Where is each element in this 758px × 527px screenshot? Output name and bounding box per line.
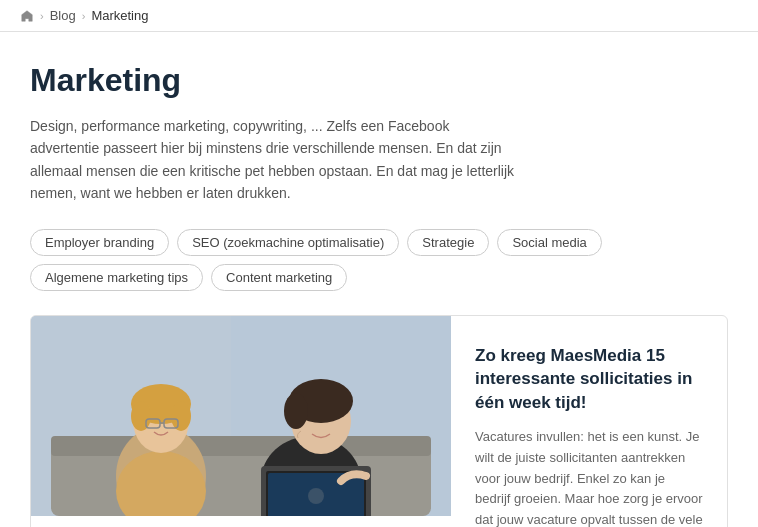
svg-rect-2 (51, 446, 431, 516)
svg-rect-3 (51, 436, 431, 456)
svg-point-9 (171, 401, 191, 431)
featured-article-excerpt: Vacatures invullen: het is een kunst. Je… (475, 427, 703, 527)
breadcrumb-blog[interactable]: Blog (50, 8, 76, 23)
breadcrumb: › Blog › Marketing (0, 0, 758, 32)
featured-article-text: Zo kreeg MaesMedia 15 interessante solli… (451, 316, 727, 527)
tag-content-marketing[interactable]: Content marketing (211, 264, 347, 291)
featured-article-image (31, 316, 451, 516)
featured-article-title[interactable]: Zo kreeg MaesMedia 15 interessante solli… (475, 344, 703, 415)
svg-point-8 (131, 401, 151, 431)
page-title: Marketing (30, 62, 728, 99)
tag-employer-branding[interactable]: Employer branding (30, 229, 169, 256)
main-content: Marketing Design, performance marketing,… (0, 32, 758, 527)
tag-algemene-tips[interactable]: Algemene marketing tips (30, 264, 203, 291)
breadcrumb-current: Marketing (91, 8, 148, 23)
breadcrumb-sep-2: › (82, 10, 86, 22)
breadcrumb-sep-1: › (40, 10, 44, 22)
tag-strategie[interactable]: Strategie (407, 229, 489, 256)
tag-social-media[interactable]: Social media (497, 229, 601, 256)
svg-point-16 (284, 393, 308, 429)
tag-seo[interactable]: SEO (zoekmachine optimalisatie) (177, 229, 399, 256)
filter-tags: Employer branding SEO (zoekmachine optim… (30, 229, 728, 291)
svg-point-20 (308, 488, 324, 504)
home-icon[interactable] (20, 9, 34, 23)
page-description: Design, performance marketing, copywriti… (30, 115, 520, 205)
featured-article-card: Zo kreeg MaesMedia 15 interessante solli… (30, 315, 728, 527)
